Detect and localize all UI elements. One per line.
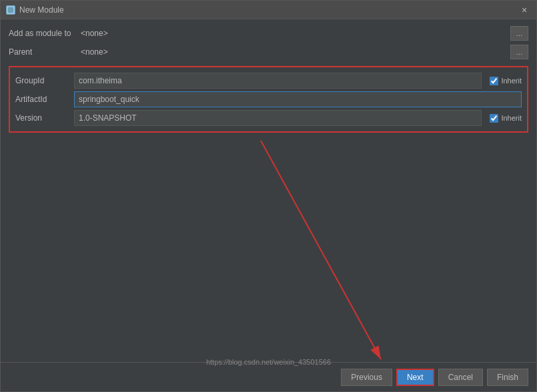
add-as-module-label: Add as module to (9, 29, 75, 38)
group-id-row: GroupId Inherit (15, 73, 522, 89)
new-module-dialog: New Module × Add as module to <none> ...… (0, 0, 537, 392)
dialog-footer: Previous Next Cancel Finish (1, 362, 536, 391)
version-input[interactable] (74, 110, 482, 126)
parent-ellipsis-button[interactable]: ... (510, 45, 528, 59)
artifact-id-input[interactable] (74, 91, 522, 107)
artifact-id-label: ArtifactId (15, 95, 69, 104)
cancel-button[interactable]: Cancel (438, 369, 483, 386)
svg-rect-1 (9, 8, 13, 12)
add-as-module-ellipsis-button[interactable]: ... (510, 26, 528, 41)
previous-button[interactable]: Previous (341, 369, 392, 386)
group-id-label: GroupId (15, 76, 69, 85)
dialog-icon (6, 5, 15, 15)
add-as-module-value: <none> (81, 29, 108, 38)
body-spacer (9, 137, 528, 355)
group-id-inherit-label: Inherit (501, 77, 522, 85)
version-inherit: Inherit (490, 114, 522, 123)
add-as-module-row: Add as module to <none> ... (9, 26, 528, 41)
artifact-id-row: ArtifactId (15, 91, 522, 107)
version-label: Version (15, 113, 69, 123)
close-button[interactable]: × (518, 3, 531, 17)
finish-button[interactable]: Finish (487, 369, 528, 386)
group-id-inherit: Inherit (490, 77, 522, 85)
dialog-body: Add as module to <none> ... Parent <none… (1, 19, 536, 362)
version-inherit-label: Inherit (501, 114, 522, 122)
parent-row: Parent <none> ... (9, 45, 528, 59)
next-button[interactable]: Next (396, 369, 434, 386)
maven-section: GroupId Inherit ArtifactId Version Inher… (9, 66, 528, 133)
group-id-inherit-checkbox[interactable] (490, 77, 498, 85)
parent-label: Parent (9, 47, 75, 57)
parent-value: <none> (81, 47, 108, 57)
version-row: Version Inherit (15, 110, 522, 126)
title-bar: New Module × (1, 1, 536, 19)
version-inherit-checkbox[interactable] (490, 114, 498, 123)
dialog-title: New Module (19, 5, 518, 15)
group-id-input[interactable] (74, 73, 482, 89)
